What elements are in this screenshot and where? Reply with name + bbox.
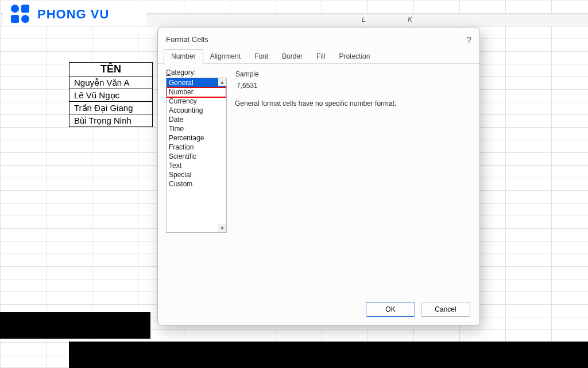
ok-button[interactable]: OK <box>366 302 415 317</box>
format-cells-dialog: Format Cells ? Number Alignment Font Bor… <box>157 28 480 325</box>
table-row[interactable]: Lê Vũ Ngọc <box>69 89 153 102</box>
redaction-block <box>0 312 150 339</box>
cancel-button[interactable]: Cancel <box>421 302 470 317</box>
category-item-percentage[interactable]: Percentage <box>167 133 226 143</box>
sample-value: 7,6531 <box>235 78 471 95</box>
category-item-accounting[interactable]: Accounting <box>167 106 226 115</box>
category-item-time[interactable]: Time <box>167 124 226 133</box>
names-table: TÊN Nguyễn Văn A Lê Vũ Ngọc Trần Đại Gia… <box>69 62 153 127</box>
scroll-up-icon[interactable]: ▲ <box>218 78 226 86</box>
category-item-scientific[interactable]: Scientific <box>167 152 226 161</box>
tab-font[interactable]: Font <box>247 50 275 63</box>
brand-logo: PHONG VU <box>3 3 146 26</box>
col-letter-l: L <box>362 16 366 24</box>
dialog-title-bar[interactable]: Format Cells ? <box>158 28 479 50</box>
sample-label: Sample <box>235 70 471 78</box>
table-row[interactable]: Bùi Trọng Ninh <box>69 114 153 127</box>
category-item-text[interactable]: Text <box>167 161 226 170</box>
category-item-general[interactable]: General <box>167 78 226 87</box>
category-item-special[interactable]: Special <box>167 170 226 179</box>
dialog-title: Format Cells <box>166 35 208 44</box>
category-item-custom[interactable]: Custom <box>167 179 226 189</box>
help-icon[interactable]: ? <box>467 34 471 44</box>
sample-group: Sample 7,6531 <box>235 68 471 96</box>
dialog-tabs: Number Alignment Font Border Fill Protec… <box>158 50 479 64</box>
category-listbox[interactable]: ▲ General Number Currency Accounting Dat… <box>166 78 227 233</box>
scroll-down-icon[interactable]: ▼ <box>218 224 226 232</box>
logo-icon <box>11 5 33 24</box>
category-item-date[interactable]: Date <box>167 115 226 124</box>
category-label: Category: <box>166 68 227 76</box>
col-letter-k: K <box>408 16 412 24</box>
category-item-currency[interactable]: Currency <box>167 97 226 106</box>
table-row[interactable]: Nguyễn Văn A <box>69 76 153 89</box>
table-row[interactable]: Trần Đại Giang <box>69 102 153 114</box>
category-item-number[interactable]: Number <box>167 87 226 97</box>
format-description: General format cells have no specific nu… <box>235 99 471 108</box>
tab-number[interactable]: Number <box>164 49 203 64</box>
tab-protection[interactable]: Protection <box>332 50 377 63</box>
tab-fill[interactable]: Fill <box>310 50 332 63</box>
category-item-fraction[interactable]: Fraction <box>167 143 226 152</box>
tab-alignment[interactable]: Alignment <box>203 50 247 63</box>
tab-border[interactable]: Border <box>275 50 310 63</box>
redaction-block <box>69 342 588 368</box>
logo-text: PHONG VU <box>37 7 109 22</box>
table-header: TÊN <box>69 63 153 76</box>
